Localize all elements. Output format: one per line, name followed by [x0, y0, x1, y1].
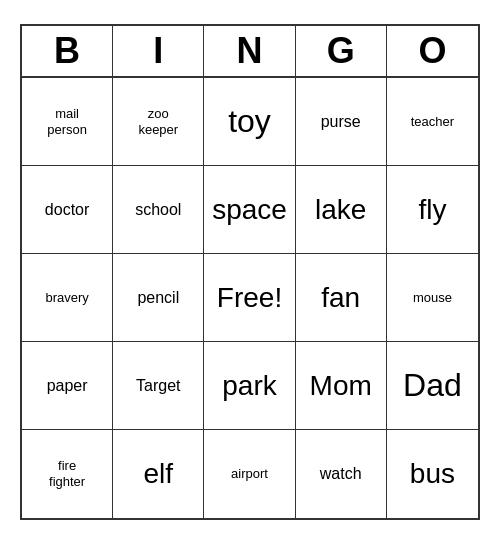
cell-text: park — [222, 369, 276, 403]
cell-text: doctor — [45, 200, 89, 219]
cell-text: fan — [321, 281, 360, 315]
cell-text: Dad — [403, 366, 462, 404]
header-letter: G — [296, 26, 387, 76]
bingo-grid: mailpersonzookeepertoypurseteacherdoctor… — [22, 78, 478, 518]
bingo-cell[interactable]: fly — [387, 166, 478, 254]
bingo-cell[interactable]: teacher — [387, 78, 478, 166]
bingo-cell[interactable]: doctor — [22, 166, 113, 254]
bingo-cell[interactable]: space — [204, 166, 295, 254]
bingo-cell[interactable]: pencil — [113, 254, 204, 342]
bingo-cell[interactable]: toy — [204, 78, 295, 166]
bingo-cell[interactable]: Free! — [204, 254, 295, 342]
cell-text: bus — [410, 457, 455, 491]
bingo-cell[interactable]: elf — [113, 430, 204, 518]
cell-text: fly — [418, 193, 446, 227]
bingo-cell[interactable]: fan — [296, 254, 387, 342]
bingo-cell[interactable]: paper — [22, 342, 113, 430]
bingo-cell[interactable]: zookeeper — [113, 78, 204, 166]
bingo-cell[interactable]: lake — [296, 166, 387, 254]
cell-text: zookeeper — [138, 106, 178, 137]
bingo-header: BINGO — [22, 26, 478, 78]
cell-text: lake — [315, 193, 366, 227]
bingo-cell[interactable]: school — [113, 166, 204, 254]
bingo-cell[interactable]: bus — [387, 430, 478, 518]
cell-text: teacher — [411, 114, 454, 130]
header-letter: B — [22, 26, 113, 76]
bingo-cell[interactable]: Dad — [387, 342, 478, 430]
cell-text: Target — [136, 376, 180, 395]
cell-text: purse — [321, 112, 361, 131]
cell-text: pencil — [137, 288, 179, 307]
bingo-cell[interactable]: Mom — [296, 342, 387, 430]
bingo-cell[interactable]: mailperson — [22, 78, 113, 166]
bingo-cell[interactable]: mouse — [387, 254, 478, 342]
bingo-cell[interactable]: airport — [204, 430, 295, 518]
cell-text: elf — [144, 457, 174, 491]
bingo-card: BINGO mailpersonzookeepertoypurseteacher… — [20, 24, 480, 520]
header-letter: I — [113, 26, 204, 76]
cell-text: Mom — [310, 369, 372, 403]
cell-text: Free! — [217, 281, 282, 315]
cell-text: school — [135, 200, 181, 219]
cell-text: bravery — [45, 290, 88, 306]
bingo-cell[interactable]: watch — [296, 430, 387, 518]
bingo-cell[interactable]: firefighter — [22, 430, 113, 518]
cell-text: airport — [231, 466, 268, 482]
cell-text: paper — [47, 376, 88, 395]
header-letter: N — [204, 26, 295, 76]
bingo-cell[interactable]: purse — [296, 78, 387, 166]
header-letter: O — [387, 26, 478, 76]
cell-text: mailperson — [47, 106, 87, 137]
bingo-cell[interactable]: Target — [113, 342, 204, 430]
bingo-cell[interactable]: bravery — [22, 254, 113, 342]
cell-text: firefighter — [49, 458, 85, 489]
cell-text: toy — [228, 102, 271, 140]
bingo-cell[interactable]: park — [204, 342, 295, 430]
cell-text: space — [212, 193, 287, 227]
cell-text: watch — [320, 464, 362, 483]
cell-text: mouse — [413, 290, 452, 306]
